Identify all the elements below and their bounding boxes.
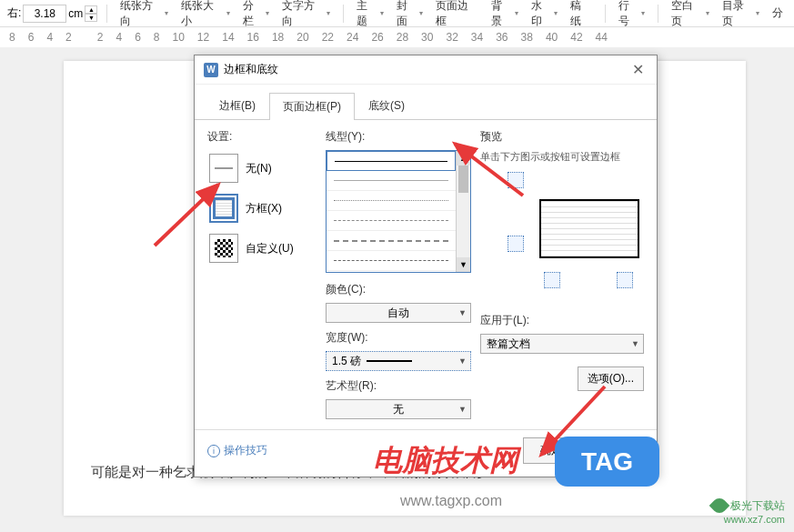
- edge-bottom-button[interactable]: [508, 236, 524, 252]
- apply-to-combo[interactable]: 整篇文档▼: [480, 334, 644, 354]
- line-style-item[interactable]: [327, 171, 456, 191]
- line-style-item[interactable]: [327, 191, 456, 211]
- theme-button[interactable]: 主题▾: [353, 0, 387, 31]
- tips-link[interactable]: i 操作技巧: [207, 443, 267, 458]
- close-button[interactable]: ✕: [628, 61, 648, 78]
- art-label: 艺术型(R):: [326, 378, 471, 394]
- dialog-tabs: 边框(B) 页面边框(P) 底纹(S): [195, 85, 657, 120]
- line-list-scrollbar[interactable]: ▲ ▼: [456, 151, 470, 272]
- page-border-button[interactable]: 页面边框: [432, 0, 482, 31]
- preview-hint: 单击下方图示或按钮可设置边框: [480, 150, 644, 164]
- margin-unit: cm: [68, 7, 83, 20]
- margin-label: 右:: [7, 5, 21, 21]
- toc-button[interactable]: 目录页▾: [719, 0, 763, 31]
- section-button[interactable]: 分: [769, 4, 787, 23]
- watermark-button[interactable]: 水印▾: [528, 0, 562, 31]
- writing-paper-button[interactable]: 稿纸: [567, 0, 596, 31]
- margin-spinner[interactable]: ▲▼: [85, 5, 97, 22]
- none-icon: [209, 154, 238, 183]
- line-style-item[interactable]: [327, 231, 456, 251]
- dialog-title: 边框和底纹: [224, 62, 278, 77]
- tab-page-border[interactable]: 页面边框(P): [269, 93, 355, 120]
- line-style-list[interactable]: ▲ ▼: [326, 150, 471, 273]
- options-button[interactable]: 选项(O)...: [578, 366, 644, 391]
- main-toolbar: 右: cm ▲▼ 纸张方向▾ 纸张大小▾ 分栏▾ 文字方向▾ 主题▾ 封面▾ 页…: [0, 0, 794, 27]
- scroll-down-button[interactable]: ▼: [457, 257, 470, 272]
- scroll-up-button[interactable]: ▲: [457, 151, 470, 166]
- blank-page-button[interactable]: 空白页▾: [668, 0, 712, 31]
- watermark-url: www.tagxp.com: [400, 493, 502, 509]
- borders-shading-dialog: W 边框和底纹 ✕ 边框(B) 页面边框(P) 底纹(S) 设置: 无(N) 方…: [194, 55, 658, 477]
- art-combo[interactable]: 无▼: [326, 399, 471, 419]
- margin-value-input[interactable]: [23, 5, 66, 23]
- edge-right-button[interactable]: [617, 272, 633, 288]
- edge-top-button[interactable]: [508, 172, 524, 188]
- tab-border[interactable]: 边框(B): [206, 92, 269, 119]
- cover-button[interactable]: 封面▾: [393, 0, 427, 31]
- background-button[interactable]: 背景▾: [487, 0, 522, 31]
- width-combo[interactable]: 1.5 磅▼: [326, 351, 471, 371]
- line-style-item[interactable]: [327, 211, 456, 231]
- tab-shading[interactable]: 底纹(S): [355, 92, 418, 119]
- dialog-titlebar: W 边框和底纹 ✕: [195, 55, 657, 85]
- color-combo[interactable]: 自动▼: [326, 303, 471, 323]
- paper-size-button[interactable]: 纸张大小▾: [177, 0, 233, 31]
- setting-box[interactable]: 方框(X): [207, 190, 317, 226]
- horizontal-ruler: 8642246810121416182022242628303234363840…: [0, 27, 794, 47]
- text-direction-button[interactable]: 文字方向▾: [278, 0, 334, 31]
- orientation-button[interactable]: 纸张方向▾: [116, 0, 172, 31]
- margin-right-control: 右: cm ▲▼: [7, 5, 97, 23]
- settings-label: 设置:: [207, 129, 317, 145]
- site-logo: 极光下载站 www.xz7.com: [712, 497, 785, 525]
- custom-icon: [209, 234, 238, 263]
- box-icon: [209, 194, 238, 223]
- setting-custom[interactable]: 自定义(U): [207, 230, 317, 266]
- line-style-solid[interactable]: [327, 151, 456, 171]
- preview-page-icon[interactable]: [539, 199, 639, 258]
- width-label: 宽度(W):: [326, 330, 471, 346]
- columns-button[interactable]: 分栏▾: [239, 0, 274, 31]
- tag-badge: TAG: [555, 437, 659, 487]
- line-number-button[interactable]: 行号▾: [615, 0, 649, 31]
- app-icon: W: [204, 63, 218, 77]
- color-label: 颜色(C):: [326, 282, 471, 297]
- scroll-thumb[interactable]: [458, 166, 468, 193]
- edge-left-button[interactable]: [544, 272, 560, 288]
- line-style-item[interactable]: [327, 251, 456, 271]
- line-style-label: 线型(Y):: [326, 129, 471, 145]
- preview-label: 预览: [480, 129, 644, 145]
- info-icon: i: [207, 445, 220, 457]
- setting-none[interactable]: 无(N): [207, 150, 317, 186]
- apply-to-label: 应用于(L):: [480, 313, 644, 328]
- watermark-text-1: 电脑技术网: [373, 441, 518, 481]
- preview-area: [480, 167, 644, 295]
